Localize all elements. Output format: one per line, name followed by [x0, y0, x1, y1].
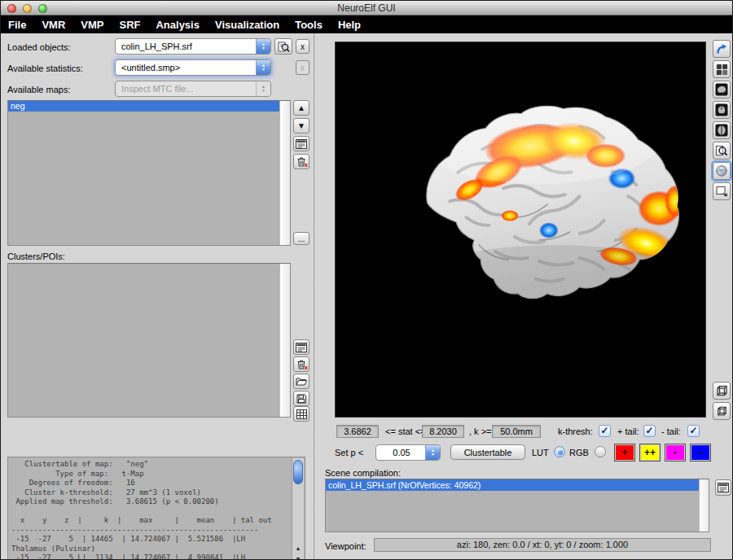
- undock-view-button[interactable]: [713, 182, 731, 200]
- surface-panel: 3.6862 <= stat <= 8.2030 , k >= 50.0mm k…: [315, 33, 732, 559]
- menu-item[interactable]: Analysis: [156, 19, 199, 31]
- menu-item[interactable]: File: [8, 19, 26, 31]
- cube-icon: [717, 406, 727, 417]
- menu-item[interactable]: VMP: [81, 19, 103, 31]
- properties-icon: [718, 483, 729, 492]
- menu-item[interactable]: VMR: [42, 19, 65, 31]
- surface-mode-button[interactable]: [713, 162, 731, 180]
- close-statistics-button[interactable]: x: [296, 60, 309, 75]
- loaded-objects-combo[interactable]: colin_LH_SPH.srf ▲▼: [115, 38, 271, 55]
- save-floppy-icon: [296, 394, 306, 404]
- pos-tail-label: + tail:: [617, 427, 639, 436]
- delete-x-icon: x: [305, 161, 308, 168]
- combo-stepper-icon[interactable]: ▲▼: [256, 39, 270, 54]
- save-poi-button[interactable]: [293, 391, 309, 406]
- coronal-brain-icon: [715, 103, 728, 116]
- scene-list-item[interactable]: colin_LH_SPH.srf (NrOfVertices: 40962): [326, 479, 699, 491]
- map-down-button[interactable]: ▼: [293, 118, 309, 133]
- scroll-up-icon[interactable]: ▲: [296, 543, 301, 553]
- scene-properties-button[interactable]: [715, 479, 731, 496]
- scroll-down-icon[interactable]: ▼: [296, 553, 301, 560]
- p-value-combo[interactable]: 0.05 ▲▼: [375, 444, 441, 461]
- poi-table-button[interactable]: [293, 406, 309, 422]
- brain-render: [336, 42, 707, 418]
- loaded-objects-value: colin_LH_SPH.srf: [121, 42, 192, 51]
- menu-bar: FileVMRVMPSRFAnalysisVisualizationToolsH…: [1, 15, 732, 33]
- neg-tail-label: - tail:: [661, 427, 681, 436]
- clusters-label: Clusters/POIs:: [7, 252, 65, 261]
- coronal-view-button[interactable]: [713, 101, 731, 119]
- title-bar[interactable]: NeuroElf GUI: [1, 1, 732, 15]
- clustertable-console[interactable]: Clustertable of map: "neg" Type of map: …: [7, 457, 305, 560]
- map-properties-button[interactable]: [293, 136, 309, 151]
- cluster-properties-button[interactable]: [293, 339, 309, 355]
- scene-scrollbar[interactable]: [699, 479, 709, 532]
- viewpoint-value: azi: 180, zen: 0.0 / xt: 0, yt: 0 / zoom…: [374, 538, 711, 552]
- maps-list-item[interactable]: neg: [8, 101, 279, 112]
- k-ge-label: , k >=: [469, 427, 492, 436]
- loaded-objects-label: Loaded objects:: [7, 42, 71, 52]
- k-value-field[interactable]: 50.0mm: [492, 425, 541, 438]
- layout-button[interactable]: [713, 60, 731, 78]
- stat-upper-field[interactable]: 8.2030: [422, 425, 464, 438]
- undock-window-icon: [716, 186, 728, 197]
- menu-item[interactable]: Visualization: [215, 19, 279, 31]
- pos-tail-checkbox[interactable]: ✓: [643, 425, 656, 437]
- properties-icon: [296, 343, 307, 352]
- clusters-scrollbar[interactable]: [279, 264, 290, 417]
- viewpoint-label: Viewpoint:: [325, 541, 366, 551]
- menu-item[interactable]: Tools: [295, 19, 323, 31]
- small-cube-view-button[interactable]: [713, 402, 731, 420]
- clustertable-button[interactable]: Clustertable: [450, 444, 525, 460]
- console-scroll-thumb[interactable]: [293, 460, 303, 484]
- menu-item[interactable]: Help: [338, 19, 361, 31]
- cube-icon: [716, 385, 728, 397]
- menu-item[interactable]: SRF: [119, 19, 140, 31]
- available-statistics-value: <untitled.smp>: [121, 63, 180, 72]
- clusters-list[interactable]: [7, 263, 291, 418]
- rgb-label: RGB: [569, 448, 589, 457]
- neuroelf-window: NeuroElf GUI FileVMRVMPSRFAnalysisVisual…: [0, 0, 733, 560]
- more-maps-button[interactable]: ...: [293, 232, 309, 245]
- control-panel: Loaded objects: colin_LH_SPH.srf ▲▼ x Av…: [1, 33, 314, 559]
- layout-grid-icon: [716, 63, 728, 76]
- k-thresh-checkbox[interactable]: ✓: [599, 425, 611, 437]
- map-up-button[interactable]: ▲: [293, 100, 309, 116]
- rgb-color-button[interactable]: +: [614, 444, 635, 462]
- console-scrollbar[interactable]: ▲▼: [292, 458, 304, 560]
- rgb-color-button[interactable]: ++: [639, 444, 661, 462]
- sagittal-view-button[interactable]: [713, 81, 731, 98]
- combo-stepper-icon[interactable]: ▲▼: [256, 60, 270, 75]
- surface-3d-view[interactable]: [335, 42, 706, 418]
- surface-globe-icon: [715, 164, 728, 177]
- properties-icon: [296, 139, 307, 149]
- neg-tail-checkbox[interactable]: ✓: [687, 425, 700, 437]
- delete-map-button[interactable]: x: [293, 154, 309, 169]
- p-value: 0.05: [382, 445, 421, 460]
- inspect-object-button[interactable]: [274, 38, 292, 55]
- maps-list[interactable]: neg: [7, 100, 291, 246]
- lut-radio[interactable]: [554, 446, 565, 457]
- stat-lower-field[interactable]: 3.6862: [336, 425, 379, 438]
- delete-cluster-button[interactable]: x: [293, 357, 309, 372]
- open-poi-button[interactable]: [293, 374, 309, 389]
- scene-list[interactable]: colin_LH_SPH.srf (NrOfVertices: 40962): [325, 479, 709, 532]
- rgb-color-button[interactable]: --: [690, 444, 711, 462]
- combo-stepper-icon[interactable]: ▲▼: [425, 445, 440, 460]
- check-icon: ✓: [645, 425, 653, 436]
- clustertable-text: Clustertable of map: "neg" Type of map: …: [11, 460, 288, 559]
- maps-scrollbar[interactable]: [279, 101, 290, 245]
- curved-arrow-icon: [715, 42, 728, 55]
- cube-view-button[interactable]: [713, 382, 731, 400]
- check-icon: ✓: [689, 425, 697, 436]
- rgb-radio[interactable]: [595, 446, 606, 457]
- zoom-view-button[interactable]: [713, 142, 731, 160]
- axial-view-button[interactable]: [713, 121, 731, 139]
- rgb-color-button[interactable]: -: [665, 444, 686, 462]
- axial-brain-icon: [715, 124, 728, 137]
- available-statistics-combo[interactable]: <untitled.smp> ▲▼: [115, 59, 271, 76]
- pop-view-button[interactable]: [713, 40, 731, 58]
- close-object-button[interactable]: x: [296, 39, 309, 54]
- scene-compilation-label: Scene compilation:: [325, 468, 401, 478]
- available-maps-combo[interactable]: Inspect MTC file... ▲▼: [115, 81, 271, 97]
